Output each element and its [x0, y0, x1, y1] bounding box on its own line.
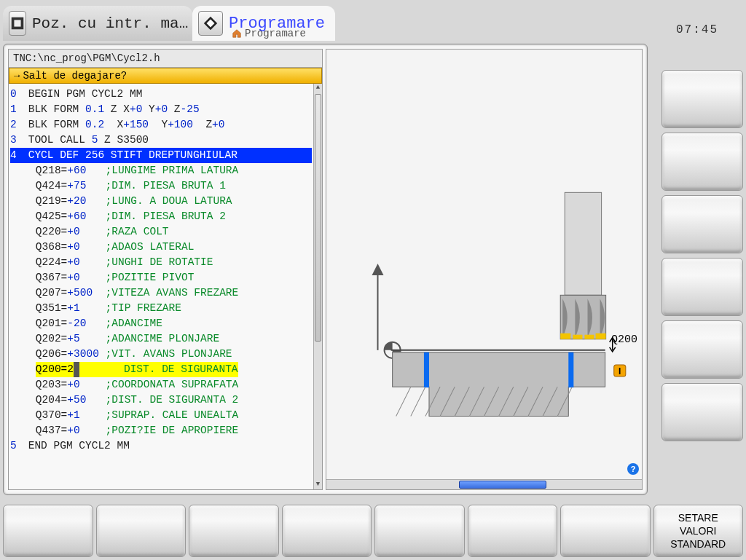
file-path: TNC:\nc_prog\PGM\Cycl2.h: [9, 50, 322, 68]
svg-rect-23: [560, 334, 570, 339]
tab-positioning-label: Poz. cu intr. ma…: [32, 15, 188, 32]
positioning-icon: [9, 11, 26, 36]
nc-editor: TNC:\nc_prog\PGM\Cycl2.h Salt de degajar…: [8, 49, 323, 490]
svg-line-9: [396, 387, 411, 416]
home-icon: [232, 28, 242, 39]
svg-rect-26: [584, 335, 594, 339]
selected-line[interactable]: 4 CYCL DEF 256 STIFT DREPTUNGHIULAR: [10, 148, 312, 163]
vertical-scrollbar[interactable]: ▲ ▼: [313, 84, 322, 489]
svg-rect-8: [568, 352, 573, 387]
scroll-down-icon[interactable]: ▼: [314, 481, 322, 489]
clock: 07:45: [676, 23, 718, 36]
vsoftkey-1[interactable]: [661, 70, 743, 128]
svg-line-10: [411, 387, 425, 416]
hsoftkey-set-standard-values[interactable]: SETARE VALORI STANDARD: [653, 505, 744, 557]
dialog-prompt-text: Salt de degajare?: [23, 70, 127, 82]
dialog-prompt: Salt de degajare?: [9, 68, 322, 84]
svg-rect-21: [565, 192, 601, 295]
scrollbar-thumb[interactable]: [315, 94, 321, 342]
breadcrumb-label: Programare: [245, 28, 306, 39]
hsoftkey-1[interactable]: [3, 505, 93, 557]
tab-positioning[interactable]: Poz. cu intr. ma…: [3, 6, 192, 41]
horizontal-softkey-bar: SETARE VALORI STANDARD: [3, 505, 743, 557]
horizontal-scrollbar-thumb[interactable]: [459, 481, 546, 489]
vertical-softkey-bar: [661, 70, 743, 441]
editing-line[interactable]: Q200=2 DIST. DE SIGURANTA: [36, 362, 238, 377]
svg-rect-24: [596, 334, 606, 339]
cycle-diagram: I: [326, 50, 642, 475]
mode-tabs: Poz. cu intr. ma… Programare: [3, 6, 743, 44]
svg-text:I: I: [619, 366, 621, 376]
svg-rect-1: [14, 20, 20, 26]
hsoftkey-5[interactable]: [374, 505, 465, 557]
hsoftkey-8-label: SETARE VALORI STANDARD: [670, 511, 726, 551]
vsoftkey-2[interactable]: [661, 133, 743, 191]
cycle-graphic-panel: I Q200 ?: [326, 49, 643, 490]
scroll-up-icon[interactable]: ▲: [314, 84, 322, 92]
svg-rect-25: [573, 335, 582, 339]
code-area[interactable]: 0 BEGIN PGM CYCL2 MM 1 BLK FORM 0.1 Z X+…: [9, 84, 322, 489]
help-icon[interactable]: ?: [627, 463, 639, 475]
hsoftkey-7[interactable]: [560, 505, 651, 557]
hsoftkey-3[interactable]: [189, 505, 279, 557]
vsoftkey-5[interactable]: [661, 320, 743, 379]
vsoftkey-3[interactable]: [661, 195, 743, 253]
svg-rect-7: [424, 352, 429, 387]
dimension-label-q200: Q200: [611, 334, 637, 346]
hsoftkey-4[interactable]: [282, 505, 372, 557]
programming-icon: [198, 11, 223, 36]
work-area: TNC:\nc_prog\PGM\Cycl2.h Salt de degajar…: [3, 44, 648, 495]
hsoftkey-2[interactable]: [96, 505, 186, 557]
hsoftkey-6[interactable]: [468, 505, 558, 557]
vsoftkey-6[interactable]: [661, 383, 743, 441]
text-cursor: [74, 362, 79, 377]
vsoftkey-4[interactable]: [661, 258, 743, 316]
horizontal-scrollbar[interactable]: [326, 479, 642, 489]
breadcrumb: Programare: [232, 28, 306, 39]
